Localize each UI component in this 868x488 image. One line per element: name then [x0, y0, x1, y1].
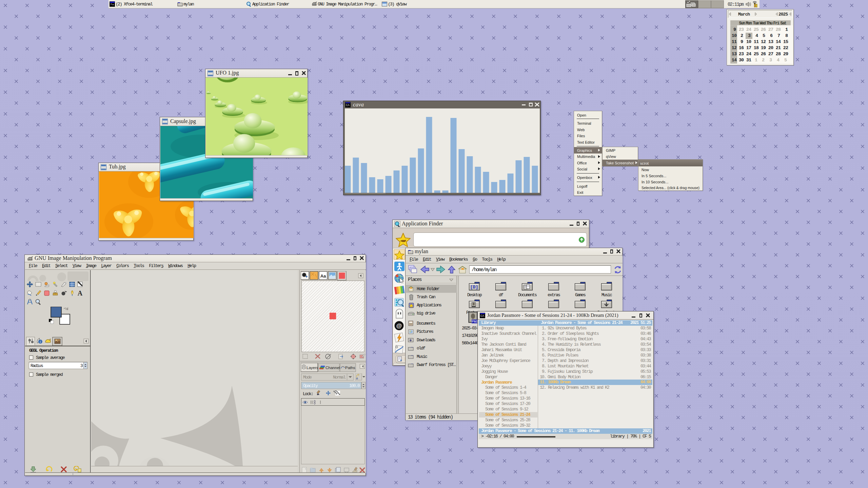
svg-text:2: 2	[762, 58, 765, 63]
svg-text:Thu: Thu	[766, 21, 772, 26]
svg-text:12: 12	[761, 39, 766, 44]
svg-text:Sat: Sat	[780, 21, 786, 26]
svg-text:Fri: Fri	[773, 21, 779, 26]
svg-text:14: 14	[776, 39, 781, 44]
svg-text:Mon: Mon	[746, 21, 752, 26]
svg-text:CA: CA	[346, 104, 350, 107]
svg-text:5: 5	[784, 58, 787, 63]
svg-text:11: 11	[754, 39, 759, 44]
svg-text:@: @	[396, 323, 402, 329]
svg-text:A: A	[78, 289, 83, 297]
svg-text:2: 2	[741, 33, 743, 38]
svg-text:3: 3	[748, 33, 751, 38]
svg-text:28: 28	[776, 27, 781, 32]
svg-text:i: i	[40, 340, 41, 344]
svg-text:3: 3	[769, 58, 772, 63]
svg-text:24: 24	[746, 27, 751, 32]
svg-text:29: 29	[783, 52, 788, 57]
svg-text:Paths: Paths	[345, 366, 355, 370]
svg-text:30: 30	[739, 58, 744, 63]
svg-text:Aa: Aa	[320, 273, 326, 279]
svg-text:1: 1	[755, 58, 757, 63]
svg-text:2025: 2025	[778, 12, 788, 17]
svg-text:8: 8	[785, 33, 788, 38]
svg-text:Wed: Wed	[760, 21, 766, 26]
svg-text:Sun: Sun	[739, 21, 745, 26]
svg-text:23: 23	[739, 52, 744, 57]
svg-text:13: 13	[732, 52, 737, 57]
svg-text:Channels: Channels	[326, 366, 342, 370]
svg-text:9: 9	[741, 39, 743, 44]
svg-text:Tue: Tue	[753, 21, 759, 26]
svg-text:[D]: [D]	[470, 285, 478, 290]
svg-text:21: 21	[776, 45, 781, 50]
svg-text:12: 12	[732, 45, 737, 50]
svg-text:4: 4	[777, 58, 780, 63]
svg-text:31: 31	[746, 58, 751, 63]
svg-text:19: 19	[761, 45, 766, 50]
svg-text:1: 1	[785, 27, 788, 32]
svg-text:Layers: Layers	[307, 366, 318, 370]
svg-text:10: 10	[746, 39, 751, 44]
svg-text:28: 28	[776, 52, 781, 57]
svg-text:PNG: PNG	[472, 320, 478, 324]
svg-text:25: 25	[754, 52, 759, 57]
svg-text:22: 22	[783, 45, 788, 50]
svg-text:10: 10	[732, 33, 737, 38]
svg-text:18: 18	[754, 45, 759, 50]
svg-text:27: 27	[768, 27, 773, 32]
svg-text:14: 14	[732, 58, 737, 63]
svg-text:16: 16	[739, 45, 744, 50]
svg-text:25: 25	[754, 27, 759, 32]
svg-text:5: 5	[763, 33, 765, 38]
svg-text:7: 7	[777, 33, 780, 38]
svg-text:26: 26	[761, 27, 766, 32]
svg-text:13: 13	[768, 39, 773, 44]
svg-text:24: 24	[746, 52, 751, 57]
svg-text:23: 23	[739, 27, 744, 32]
svg-text:March: March	[738, 12, 750, 17]
svg-text:26: 26	[761, 52, 766, 57]
svg-text:27: 27	[768, 52, 773, 57]
svg-text:15: 15	[783, 39, 788, 44]
svg-text:6: 6	[770, 33, 773, 38]
svg-text:17: 17	[746, 45, 751, 50]
svg-text:11: 11	[732, 39, 737, 44]
svg-text:20: 20	[768, 45, 773, 50]
svg-text:4: 4	[755, 33, 758, 38]
svg-text:CA: CA	[480, 314, 484, 318]
svg-text:9: 9	[733, 27, 736, 32]
